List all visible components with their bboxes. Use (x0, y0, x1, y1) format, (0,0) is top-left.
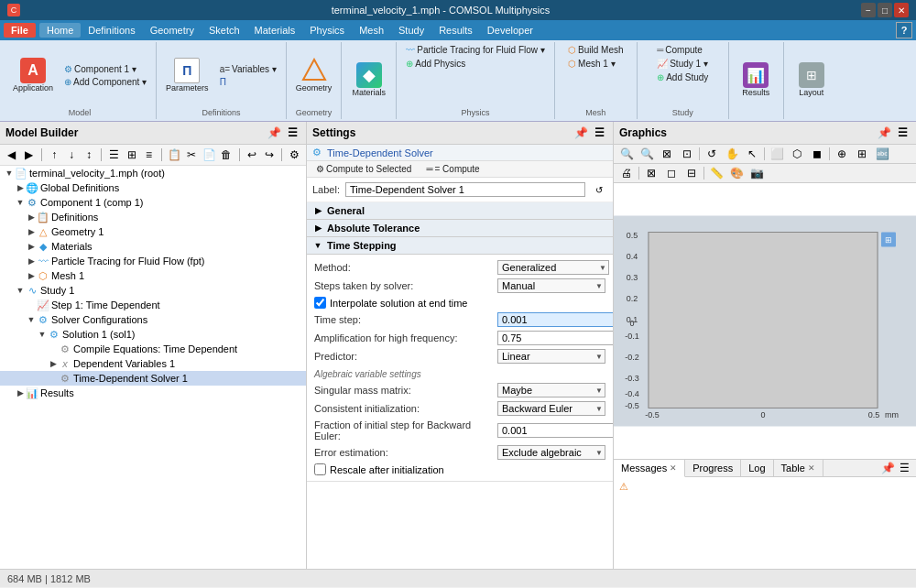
tree-item-ptff[interactable]: ▶ 〰 Particle Tracing for Fluid Flow (fpt… (0, 254, 306, 268)
tree-item-comp1[interactable]: ▼ ⚙ Component 1 (comp 1) (0, 195, 306, 210)
tree-item-materials[interactable]: ▶ ◆ Materials (0, 239, 306, 254)
sketch-menu[interactable]: Sketch (202, 23, 247, 38)
interpolate-checkbox[interactable] (314, 297, 326, 309)
zoom-extents-button[interactable]: ⊠ (658, 146, 676, 162)
tree-expand-mesh1[interactable]: ▶ (26, 270, 37, 281)
add-physics-button[interactable]: ⊕ Add Physics (402, 58, 469, 70)
label-input[interactable] (345, 182, 585, 197)
amplification-input[interactable] (497, 331, 613, 345)
mb-delete-button[interactable]: 🗑 (219, 147, 234, 163)
tree-expand-solver-configs[interactable]: ▼ (26, 314, 37, 325)
results-button[interactable]: 📊 Results (737, 60, 774, 99)
view-3d-button[interactable]: ⬜ (768, 146, 786, 162)
study-menu[interactable]: Study (391, 23, 431, 38)
layout-button[interactable]: ⊞ Layout (793, 60, 830, 99)
application-button[interactable]: A Application (9, 56, 57, 94)
color-button[interactable]: 🎨 (727, 165, 746, 181)
table-tab[interactable]: Table ✕ (774, 460, 823, 476)
mb-forward-button[interactable]: ▶ (21, 147, 37, 163)
error-select[interactable]: Exclude algebraic Include all (497, 445, 605, 460)
tree-item-compile[interactable]: ▶ ⚙ Compile Equations: Time Dependent (0, 342, 306, 356)
tree-item-study1[interactable]: ▼ ∿ Study 1 (0, 283, 306, 298)
wireframe-button[interactable]: ⬡ (788, 146, 806, 162)
print-button[interactable]: 🖨 (617, 165, 636, 181)
file-menu[interactable]: File (4, 23, 36, 38)
mb-expand-button[interactable]: ⊞ (124, 147, 139, 163)
compute-button[interactable]: ═ Compute (653, 44, 706, 56)
mb-down-button[interactable]: ↓ (64, 147, 80, 163)
mb-back-button[interactable]: ◀ (4, 147, 19, 163)
mb-toggle-button[interactable]: ☰ (106, 147, 122, 163)
definitions-extra[interactable]: Π (216, 76, 280, 88)
compute-toolbar-button[interactable]: ═ = Compute (422, 163, 483, 175)
deselect-button[interactable]: ◻ (662, 165, 681, 181)
time-step-input[interactable] (497, 312, 613, 327)
materials-button[interactable]: ◆ Materials (349, 60, 390, 99)
graphics-pin-button[interactable]: 📌 (876, 125, 892, 141)
progress-tab[interactable]: Progress (685, 460, 741, 476)
zoom-in-button[interactable]: 🔍 (617, 146, 636, 162)
tree-item-time-dep-solver[interactable]: ▶ ⚙ Time-Dependent Solver 1 (0, 371, 306, 386)
shading-button[interactable]: ◼ (808, 146, 826, 162)
mb-menu-button[interactable]: ☰ (284, 125, 300, 141)
mb-move-button[interactable]: ↕ (82, 147, 97, 163)
mb-up-button[interactable]: ↑ (47, 147, 62, 163)
build-mesh-button[interactable]: ⬡ Build Mesh (564, 44, 627, 56)
results-menu[interactable]: Results (431, 23, 480, 38)
mb-list-button[interactable]: ≡ (141, 147, 157, 163)
mb-redo-button[interactable]: ↪ (261, 147, 277, 163)
messages-tab-close[interactable]: ✕ (670, 463, 677, 473)
tree-expand-root[interactable]: ▼ (4, 168, 15, 179)
mesh-menu[interactable]: Mesh (352, 23, 391, 38)
close-button[interactable]: ✕ (894, 3, 909, 17)
predictor-select[interactable]: Linear Constant (497, 349, 605, 364)
fraction-input[interactable] (497, 423, 613, 438)
definitions-menu[interactable]: Definitions (81, 23, 142, 38)
tree-item-step1[interactable]: ▶ 📈 Step 1: Time Dependent (0, 298, 306, 312)
zoom-fit-button[interactable]: ⊡ (678, 146, 696, 162)
time-stepping-section-header[interactable]: ▼ Time Stepping (307, 237, 613, 255)
tree-expand-ptff[interactable]: ▶ (26, 256, 37, 267)
invert-select-button[interactable]: ⊟ (682, 165, 701, 181)
mb-pin-button[interactable]: 📌 (266, 125, 282, 141)
add-study-button[interactable]: ⊕ Add Study (653, 71, 712, 83)
tree-item-solver-configs[interactable]: ▼ ⚙ Solver Configurations (0, 312, 306, 327)
screenshot-button[interactable]: 📷 (747, 165, 766, 181)
materials-menu[interactable]: Materials (247, 23, 303, 38)
tree-item-definitions[interactable]: ▶ 📋 Definitions (0, 210, 306, 224)
geometry-menu[interactable]: Geometry (143, 23, 202, 38)
rotate-button[interactable]: ↺ (703, 146, 721, 162)
tree-item-root[interactable]: ▼ 📄 terminal_velocity_1.mph (root) (0, 166, 306, 180)
graphics-menu-button[interactable]: ☰ (894, 125, 911, 141)
zoom-out-button[interactable]: 🔍 (638, 146, 656, 162)
label-reset-button[interactable]: ↺ (591, 181, 607, 198)
abs-tol-section-header[interactable]: ▶ Absolute Tolerance (307, 220, 613, 237)
variables-dropdown[interactable]: a= Variables ▾ (216, 63, 280, 75)
tree-expand-materials[interactable]: ▶ (26, 241, 37, 252)
mb-cut-button[interactable]: ✂ (184, 147, 200, 163)
tree-item-sol1[interactable]: ▼ ⚙ Solution 1 (sol1) (0, 327, 306, 342)
mb-copy-button[interactable]: 📋 (167, 147, 182, 163)
consistent-select[interactable]: Backward Euler Forward Euler (497, 401, 605, 416)
settings-menu-button[interactable]: ☰ (591, 125, 607, 141)
singular-select[interactable]: Maybe Yes No (497, 383, 605, 397)
tree-expand-comp1[interactable]: ▼ (15, 197, 26, 208)
add-component-dropdown[interactable]: ⊕ Add Component ▾ (60, 76, 150, 88)
messages-menu-button[interactable]: ☰ (896, 460, 912, 476)
tree-item-mesh1[interactable]: ▶ ⬡ Mesh 1 (0, 268, 306, 283)
table-tab-close[interactable]: ✕ (808, 463, 815, 473)
tree-expand-defs[interactable]: ▶ (26, 212, 37, 223)
tree-expand-study1[interactable]: ▼ (15, 285, 26, 296)
axes-button[interactable]: ⊕ (833, 146, 851, 162)
settings-pin-button[interactable]: 📌 (572, 125, 589, 141)
study1-dropdown[interactable]: 📈 Study 1 ▾ (653, 58, 712, 70)
pan-button[interactable]: ✋ (723, 146, 741, 162)
geometry-button[interactable]: Geometry (292, 56, 336, 94)
grid-button[interactable]: ⊞ (853, 146, 871, 162)
mesh1-dropdown[interactable]: ⬡ Mesh 1 ▾ (564, 58, 619, 70)
tree-item-results[interactable]: ▶ 📊 Results (0, 386, 306, 400)
help-button[interactable]: ? (896, 22, 912, 38)
tree-item-dep-vars[interactable]: ▶ x Dependent Variables 1 (0, 356, 306, 371)
maximize-button[interactable]: □ (878, 3, 892, 17)
labels-button[interactable]: 🔤 (873, 146, 891, 162)
